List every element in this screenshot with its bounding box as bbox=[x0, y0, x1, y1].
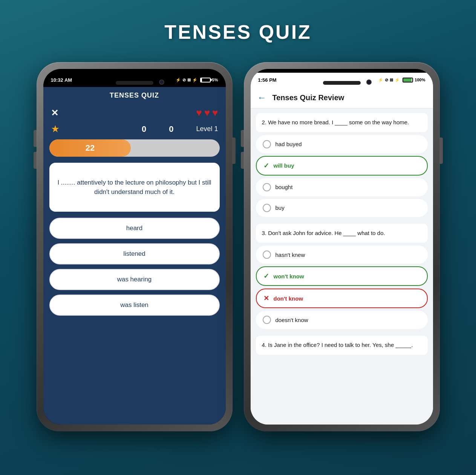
option-circle-5 bbox=[263, 250, 271, 259]
answer-option-2[interactable]: listened bbox=[49, 243, 220, 264]
score-section: 0 0 Level 1 bbox=[142, 124, 218, 134]
wifi-icon: ⊠ bbox=[187, 78, 191, 82]
phone2-speaker bbox=[323, 81, 361, 85]
wifi-icon-2: ⊠ bbox=[390, 78, 393, 82]
phone-camera bbox=[159, 79, 164, 85]
battery-fill-1 bbox=[201, 78, 202, 82]
signal-icon-2: ⊘ bbox=[385, 78, 388, 82]
charging-icon-2: ⚡ bbox=[395, 78, 400, 82]
battery-percent-1: 5% bbox=[212, 78, 218, 82]
battery-percent-2: 100% bbox=[415, 78, 425, 82]
phone2-screen: 1:56 PM ⚡ ⊘ ⊠ ⚡ 100% ← Tenses Quiz Re bbox=[251, 69, 433, 425]
battery-fill-2 bbox=[403, 78, 412, 82]
answer-option-3[interactable]: was hearing bbox=[49, 269, 220, 290]
option-wont-know[interactable]: ✓ won't know bbox=[256, 266, 428, 286]
quiz-screen: TENSES QUIZ ✕ ♥ ♥ ♥ ★ 0 0 bbox=[43, 87, 226, 425]
option-text-5: hasn't knew bbox=[275, 252, 305, 258]
volume-up-button-2[interactable] bbox=[241, 130, 244, 147]
phone2: 1:56 PM ⚡ ⊘ ⊠ ⚡ 100% ← Tenses Quiz Re bbox=[244, 62, 440, 431]
question-block-3: 3. Don't ask John for advice. He ____ wh… bbox=[256, 224, 428, 329]
review-content: 2. We have no more bread. I ____ some on… bbox=[251, 108, 433, 425]
level-label: Level 1 bbox=[196, 125, 218, 133]
status-bar-2: 1:56 PM ⚡ ⊘ ⊠ ⚡ 100% bbox=[251, 73, 433, 87]
status-icons-2: ⚡ ⊘ ⊠ ⚡ 100% bbox=[378, 78, 425, 82]
option-doesnt-know[interactable]: doesn't know bbox=[256, 311, 428, 329]
back-button[interactable]: ← bbox=[257, 92, 266, 103]
check-icon-2: ✓ bbox=[263, 272, 269, 280]
charging-icon: ⚡ bbox=[192, 78, 197, 82]
heart-3: ♥ bbox=[212, 107, 218, 119]
volume-down-button[interactable] bbox=[34, 152, 37, 169]
status-time-1: 10:32 AM bbox=[51, 77, 72, 83]
status-icons-1: ⚡ ⊘ ⊠ ⚡ 5% bbox=[176, 78, 218, 82]
volume-up-button[interactable] bbox=[34, 130, 37, 147]
review-screen: ← Tenses Quiz Review 2. We have no more … bbox=[251, 87, 433, 425]
volume-down-button-2[interactable] bbox=[241, 152, 244, 169]
option-text-1: had buyed bbox=[275, 141, 302, 147]
answer-option-1[interactable]: heard bbox=[49, 218, 220, 239]
bluetooth-icon: ⚡ bbox=[176, 78, 181, 82]
question-box: I ........ attentively to the lecture on… bbox=[49, 163, 220, 212]
signal-icon: ⊘ bbox=[182, 78, 186, 82]
review-title: Tenses Quiz Review bbox=[272, 93, 344, 102]
check-icon-1: ✓ bbox=[263, 162, 269, 170]
option-text-7: don't know bbox=[274, 295, 303, 302]
answer-label-2: listened bbox=[123, 250, 145, 257]
question-text: I ........ attentively to the lecture on… bbox=[57, 178, 212, 197]
option-text-2: will buy bbox=[274, 162, 294, 169]
answer-label-1: heard bbox=[126, 225, 142, 232]
option-dont-know[interactable]: ✕ don't know bbox=[256, 289, 428, 308]
close-button[interactable]: ✕ bbox=[51, 108, 58, 118]
option-hasnt-knew[interactable]: hasn't knew bbox=[256, 246, 428, 264]
app-title: TENSES QUIZ bbox=[110, 92, 159, 99]
option-circle-3 bbox=[263, 183, 271, 191]
power-button[interactable] bbox=[233, 137, 236, 164]
review-header: ← Tenses Quiz Review bbox=[251, 87, 433, 108]
answer-label-4: was listen bbox=[120, 301, 148, 309]
score-row: ★ 0 0 Level 1 bbox=[43, 122, 226, 139]
phone2-camera bbox=[366, 79, 372, 85]
hearts-container: ♥ ♥ ♥ bbox=[196, 107, 218, 119]
status-time-2: 1:56 PM bbox=[258, 77, 277, 83]
option-had-buyed[interactable]: had buyed bbox=[256, 135, 428, 153]
option-circle-4 bbox=[263, 204, 271, 212]
option-text-4: buy bbox=[275, 205, 285, 211]
question-block-4: 4. Is Jane in the office? I need to talk… bbox=[256, 336, 428, 355]
question-prompt-3: 3. Don't ask John for advice. He ____ wh… bbox=[256, 224, 428, 243]
battery-bar-2 bbox=[403, 78, 413, 82]
star-icon: ★ bbox=[51, 123, 60, 135]
page-title: TENSES QUIZ bbox=[164, 21, 312, 43]
progress-number: 22 bbox=[86, 143, 95, 153]
bluetooth-icon-2: ⚡ bbox=[378, 78, 383, 82]
phones-container: 10:32 AM ⚡ ⊘ ⊠ ⚡ 5% TENSES QUIZ bbox=[37, 62, 440, 431]
option-buy[interactable]: buy bbox=[256, 199, 428, 217]
progress-bar: 22 bbox=[49, 139, 220, 157]
answer-label-3: was hearing bbox=[117, 276, 152, 283]
option-text-3: bought bbox=[275, 184, 293, 190]
option-will-buy[interactable]: ✓ will buy bbox=[256, 156, 428, 176]
status-bar-1: 10:32 AM ⚡ ⊘ ⊠ ⚡ 5% bbox=[43, 73, 226, 87]
phone1-screen: 10:32 AM ⚡ ⊘ ⊠ ⚡ 5% TENSES QUIZ bbox=[43, 69, 226, 425]
option-text-8: doesn't know bbox=[275, 317, 308, 323]
heart-1: ♥ bbox=[196, 107, 202, 119]
progress-fill: 22 bbox=[49, 139, 131, 157]
option-bought[interactable]: bought bbox=[256, 178, 428, 196]
phone1: 10:32 AM ⚡ ⊘ ⊠ ⚡ 5% TENSES QUIZ bbox=[37, 62, 233, 431]
heart-2: ♥ bbox=[204, 107, 210, 119]
battery-bar-1 bbox=[200, 78, 211, 82]
option-circle-1 bbox=[263, 140, 271, 148]
score-value-1: 0 bbox=[142, 124, 146, 134]
answer-option-4[interactable]: was listen bbox=[49, 295, 220, 316]
x-icon-1: ✕ bbox=[263, 294, 269, 302]
top-bar: ✕ ♥ ♥ ♥ bbox=[43, 104, 226, 122]
phone-speaker bbox=[116, 81, 153, 85]
question-prompt-4: 4. Is Jane in the office? I need to talk… bbox=[256, 336, 428, 355]
option-text-6: won't know bbox=[274, 273, 304, 280]
option-circle-8 bbox=[263, 316, 271, 324]
score-value-2: 0 bbox=[169, 124, 173, 134]
question-prompt-2: 2. We have no more bread. I ____ some on… bbox=[256, 113, 428, 132]
app-header: TENSES QUIZ bbox=[43, 87, 226, 104]
power-button-2[interactable] bbox=[440, 137, 443, 164]
question-block-2: 2. We have no more bread. I ____ some on… bbox=[256, 113, 428, 217]
